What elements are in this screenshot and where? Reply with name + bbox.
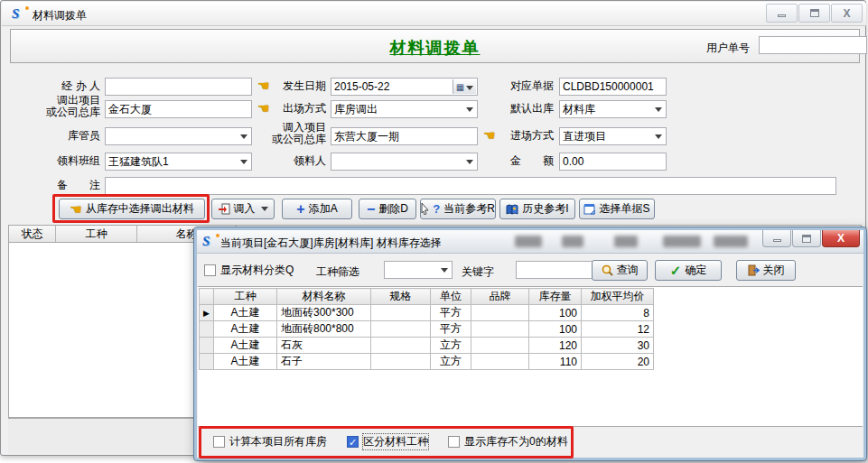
col-status[interactable]: 状态 [9,226,56,242]
amount-input[interactable] [559,153,667,171]
dialog-close-button[interactable]: X [822,230,860,247]
table-row[interactable]: A土建 地面砖800*800 平方 100 12 [200,321,654,338]
calendar-icon[interactable]: ▦ [453,79,476,94]
question-icon: ? [433,202,440,216]
calc-all-warehouses-checkbox[interactable]: 计算本项目所有库房 [213,434,327,449]
out-project-label: 调出项目 或公司总库 [6,95,100,118]
operator-label: 经 办 人 [6,80,100,92]
remark-input[interactable] [105,177,836,195]
operator-input[interactable] [105,78,252,96]
chevron-down-icon [655,107,662,112]
checkbox-icon [213,436,225,448]
table-row[interactable]: A土建 石子 立方 110 20 [200,354,654,370]
redacted-text [562,236,583,247]
app-logo-icon: S [202,234,219,250]
picker-label: 领料人 [268,155,326,167]
note-icon [583,203,595,215]
dialog-minimize-button[interactable] [762,230,791,247]
table-row[interactable]: A土建 石灰 立方 120 30 [200,338,654,354]
stock-table-area: 工种 材料名称 规格 单位 品牌 库存量 加权平均价 ▶ A土建 地面砖300*… [198,286,863,427]
stock-select-dialog: S 当前项目[金石大厦]库房[材料库] 材料库存选择 X 显示材料分类Q 工种筛… [194,227,866,460]
table-row[interactable]: ▶ A土建 地面砖300*300 平方 100 8 [200,305,654,321]
col-brand[interactable]: 品牌 [471,289,529,305]
col-avg-price[interactable]: 加权平均价 [582,289,654,305]
keeper-select[interactable] [105,127,252,145]
minus-icon: − [367,205,375,214]
remark-label: 备 注 [6,180,100,191]
pick-team-select[interactable]: 王猛建筑队1 [105,153,252,171]
doc-no-input[interactable] [559,78,667,96]
transfer-in-button[interactable]: 调入 [211,199,275,219]
in-mode-select[interactable]: 直进项目 [559,127,667,145]
app-logo-icon: S [12,6,28,23]
checkbox-checked-icon: ✓ [347,436,359,448]
add-button[interactable]: +添加A [282,199,352,219]
pick-team-label: 领料班组 [6,155,100,167]
book-icon [506,204,518,215]
col-spec[interactable]: 规格 [371,289,431,305]
select-doc-button[interactable]: 选择单据S [579,199,655,219]
col-material-name[interactable]: 材料名称 [277,289,371,305]
out-mode-select[interactable]: 库房调出 [331,100,478,118]
doc-no-label: 对应单据 [499,80,554,92]
dialog-titlebar[interactable]: S 当前项目[金石大厦]库房[材料库] 材料库存选择 X [197,230,863,254]
ok-button[interactable]: ✓ 确定 [655,260,722,281]
dialog-title: 当前项目[金石大厦]库房[材料库] 材料库存选择 [220,236,442,251]
search-icon [602,264,613,276]
dialog-close-action-button[interactable]: 关闭 [736,260,796,281]
row-selector-header [200,289,214,305]
user-no-label: 用户单号 [706,41,750,56]
minimize-icon [773,239,781,242]
keyword-label: 关键字 [462,264,494,280]
redacted-text [714,236,748,247]
date-label: 发生日期 [268,80,326,92]
out-mode-label: 出场方式 [268,103,326,115]
in-mode-label: 进场方式 [499,130,554,142]
user-no-input[interactable] [759,36,867,54]
select-from-stock-button[interactable]: ☚ 从库存中选择调出材料 [59,199,205,219]
distinguish-trade-checkbox[interactable]: ✓ 区分材料工种 [347,434,428,449]
restore-icon [802,235,811,243]
amount-label: 金 额 [499,155,554,167]
redacted-text [614,236,638,247]
nonzero-stock-checkbox[interactable]: 显示库存不为0的材料 [448,434,568,449]
chevron-down-icon [261,207,268,211]
trade-filter-label: 工种筛选 [316,264,359,280]
chevron-down-icon [466,107,473,112]
chevron-down-icon [655,134,662,139]
delete-button[interactable]: −删除D [359,199,416,219]
dialog-restore-button[interactable] [792,230,821,247]
minimize-button[interactable] [766,4,798,23]
keyword-input[interactable] [516,261,599,279]
out-project-input[interactable] [105,100,252,118]
plus-icon: + [296,204,304,215]
stock-table-header-row: 工种 材料名称 规格 单位 品牌 库存量 加权平均价 [200,289,654,305]
exit-door-icon [748,264,760,276]
keeper-label: 库管员 [6,130,100,142]
hand-picker-icon[interactable]: ☚ [483,129,495,142]
current-ref-button[interactable]: ? 当前参考R [420,199,496,219]
hand-icon: ☚ [70,203,81,216]
col-trade[interactable]: 工种 [56,226,137,242]
header-panel: 材料调拨单 用户单号 [10,29,860,63]
titlebar[interactable]: S 材料调拨单 X [2,2,866,26]
show-category-checkbox[interactable]: 显示材料分类Q [204,263,294,278]
col-stock[interactable]: 库存量 [529,289,582,305]
close-button[interactable]: X [831,4,863,23]
in-project-input[interactable] [331,127,478,145]
cursor-icon [421,203,429,215]
default-store-label: 默认出库 [499,103,554,115]
maximize-button[interactable] [798,4,830,23]
stock-table: 工种 材料名称 规格 单位 品牌 库存量 加权平均价 ▶ A土建 地面砖300*… [199,288,654,370]
window-title: 材料调拨单 [33,8,87,23]
checkbox-icon [204,264,216,276]
col-trade[interactable]: 工种 [214,289,277,305]
history-ref-button[interactable]: 历史参考I [499,199,575,219]
trade-filter-select[interactable] [384,261,453,279]
col-unit[interactable]: 单位 [431,289,471,305]
default-store-select[interactable]: 材料库 [559,100,667,118]
picker-select[interactable] [331,153,478,171]
date-input[interactable]: 2015-05-22 ▦ [331,78,478,96]
chevron-down-icon [466,160,473,164]
search-button[interactable]: 查询 [592,260,648,281]
